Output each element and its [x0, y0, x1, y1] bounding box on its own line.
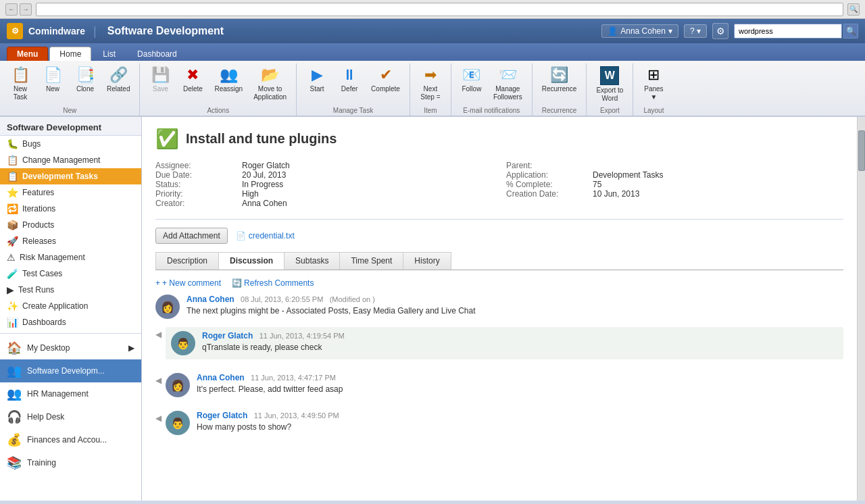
manage-followers-button[interactable]: 📨 ManageFollowers: [489, 64, 526, 104]
delete-button[interactable]: ✖ Delete: [178, 64, 207, 96]
refresh-comments-button[interactable]: 🔄 Refresh Comments: [232, 278, 314, 288]
panes-button[interactable]: ⊞ Panes▼: [639, 64, 668, 104]
tab-history[interactable]: History: [403, 252, 451, 270]
status-label: Status:: [155, 180, 237, 189]
related-icon: 🔗: [109, 66, 128, 84]
tab-home[interactable]: Home: [49, 47, 91, 61]
comment-2-date: 11 Jun, 2013, 4:19:54 PM: [260, 332, 345, 340]
move-application-button[interactable]: 📂 Move toApplication: [249, 64, 291, 104]
tab-list[interactable]: List: [93, 47, 126, 61]
sidebar-item-change-management[interactable]: 📋 Change Management: [0, 152, 141, 168]
move-application-icon: 📂: [261, 66, 279, 84]
content-scrollbar[interactable]: [857, 117, 865, 501]
clone-button[interactable]: 📑 Clone: [70, 64, 100, 96]
creator-value: Anna Cohen: [242, 199, 287, 208]
user-button[interactable]: 👤 Anna Cohen ▾: [601, 24, 678, 38]
add-attachment-button[interactable]: Add Attachment: [155, 228, 228, 244]
comment-3-author[interactable]: Anna Cohen: [197, 373, 245, 382]
app-header: ⚙ Comindware | Software Development 👤 An…: [0, 19, 865, 43]
sidebar-nav-my-desktop[interactable]: 🏠 My Desktop ▶: [0, 336, 141, 359]
tab-time-spent[interactable]: Time Spent: [339, 252, 403, 270]
tab-discussion[interactable]: Discussion: [218, 252, 285, 270]
comment-1-body: Anna Cohen 08 Jul, 2013, 6:20:55 PM (Mod…: [187, 295, 843, 319]
sidebar-item-releases-label: Releases: [22, 236, 56, 246]
finances-label: Finances and Accou...: [27, 435, 107, 445]
export-word-button[interactable]: W Export toWord: [592, 64, 627, 105]
toolbar-group-actions: 💾 Save ✖ Delete 👥 Reassign 📂 Move toAppl…: [140, 64, 297, 116]
next-step-label: NextStep =: [420, 85, 440, 101]
new-comment-button[interactable]: + + New comment: [155, 278, 221, 288]
move-application-label: Move toApplication: [253, 85, 287, 101]
sidebar-item-products[interactable]: 📦 Products: [0, 217, 141, 233]
complete-value: 75: [593, 180, 601, 189]
manage-followers-icon: 📨: [499, 66, 517, 84]
save-button: 💾 Save: [145, 64, 175, 96]
tab-subtasks[interactable]: Subtasks: [284, 252, 340, 270]
sidebar-nav-hr[interactable]: 👥 HR Management: [0, 382, 141, 405]
group-new-label: New: [5, 105, 134, 116]
tab-dashboard[interactable]: Dashboard: [127, 47, 187, 61]
application-value: Development Tasks: [593, 170, 664, 180]
start-button[interactable]: ▶ Start: [302, 64, 332, 96]
sidebar-nav-finances[interactable]: 💰 Finances and Accou...: [0, 428, 141, 451]
test-runs-icon: ▶: [7, 284, 14, 295]
products-icon: 📦: [7, 220, 18, 230]
new-button[interactable]: 📄 New: [38, 64, 68, 96]
url-bar[interactable]: [36, 3, 843, 16]
sidebar-item-test-cases[interactable]: 🧪 Test Cases: [0, 266, 141, 282]
search-go-button[interactable]: 🔍: [847, 3, 860, 16]
help-button[interactable]: ? ▾: [684, 24, 707, 38]
sidebar-item-test-runs[interactable]: ▶ Test Runs: [0, 282, 141, 298]
related-button[interactable]: 🔗 Related: [103, 64, 134, 96]
sidebar-item-features[interactable]: ⭐ Features: [0, 184, 141, 201]
task-title: Install and tune plugins: [186, 131, 337, 147]
sidebar-item-iterations-label: Iterations: [22, 204, 55, 213]
defer-button[interactable]: ⏸ Defer: [335, 64, 364, 96]
scrollbar-thumb[interactable]: [858, 130, 865, 171]
anna-avatar-icon: 👩: [161, 301, 174, 313]
defer-label: Defer: [341, 85, 357, 93]
sidebar-item-development-tasks[interactable]: 📋 Development Tasks: [0, 168, 141, 184]
comment-2-author[interactable]: Roger Glatch: [202, 331, 253, 341]
application-label: Application:: [506, 170, 587, 180]
task-icon: ✅: [155, 128, 179, 150]
forward-button[interactable]: →: [20, 3, 32, 16]
group-actions-label: Actions: [145, 105, 291, 116]
complete-button[interactable]: ✔ Complete: [367, 64, 404, 96]
comment-4-author[interactable]: Roger Glatch: [197, 411, 247, 420]
sidebar-item-development-tasks-label: Development Tasks: [22, 172, 98, 181]
recurrence-button[interactable]: 🔄 Recurrence: [538, 64, 581, 96]
sidebar-item-risk-management[interactable]: ⚠ Risk Management: [0, 249, 141, 266]
sidebar-item-bugs-label: Bugs: [22, 139, 41, 149]
comment-1-author[interactable]: Anna Cohen: [187, 295, 234, 304]
group-layout-label: Layout: [639, 105, 668, 116]
tab-description[interactable]: Description: [155, 252, 219, 270]
header-search-button[interactable]: 🔍: [843, 24, 858, 39]
settings-button[interactable]: ⚙: [712, 23, 728, 39]
comment-3-text: It's perfect. Please, add twitter feed a…: [197, 384, 843, 394]
sidebar-nav-helpdesk[interactable]: 🎧 Help Desk: [0, 405, 141, 428]
hr-label: HR Management: [27, 389, 89, 399]
app-title: Software Development: [107, 25, 224, 37]
sidebar-item-bugs[interactable]: 🐛 Bugs: [0, 136, 141, 152]
comment-3-edit-arrow: ◀: [155, 373, 162, 385]
follow-button[interactable]: 📧 Follow: [457, 64, 487, 96]
tab-menu[interactable]: Menu: [7, 47, 48, 61]
sidebar-item-create-application[interactable]: ✨ Create Application: [0, 298, 141, 314]
clone-label: Clone: [76, 85, 94, 93]
sidebar-nav-software-dev[interactable]: 👥 Software Developm...: [0, 359, 141, 382]
releases-icon: 🚀: [7, 236, 18, 247]
software-dev-icon: 👥: [7, 363, 22, 378]
new-task-button[interactable]: 📋 NewTask: [5, 64, 35, 104]
sidebar-item-iterations[interactable]: 🔁 Iterations: [0, 201, 141, 217]
recurrence-icon: 🔄: [550, 66, 568, 84]
header-search-input[interactable]: [734, 24, 842, 39]
attachment-link[interactable]: 📄 credential.txt: [236, 231, 295, 241]
next-step-button[interactable]: ➡ NextStep =: [416, 64, 445, 104]
sidebar-nav-training[interactable]: 📚 Training: [0, 451, 141, 474]
back-button[interactable]: ←: [5, 3, 18, 16]
save-icon: 💾: [151, 66, 170, 84]
sidebar-item-releases[interactable]: 🚀 Releases: [0, 233, 141, 249]
reassign-button[interactable]: 👥 Reassign: [210, 64, 247, 96]
sidebar-item-dashboards[interactable]: 📊 Dashboards: [0, 314, 141, 330]
